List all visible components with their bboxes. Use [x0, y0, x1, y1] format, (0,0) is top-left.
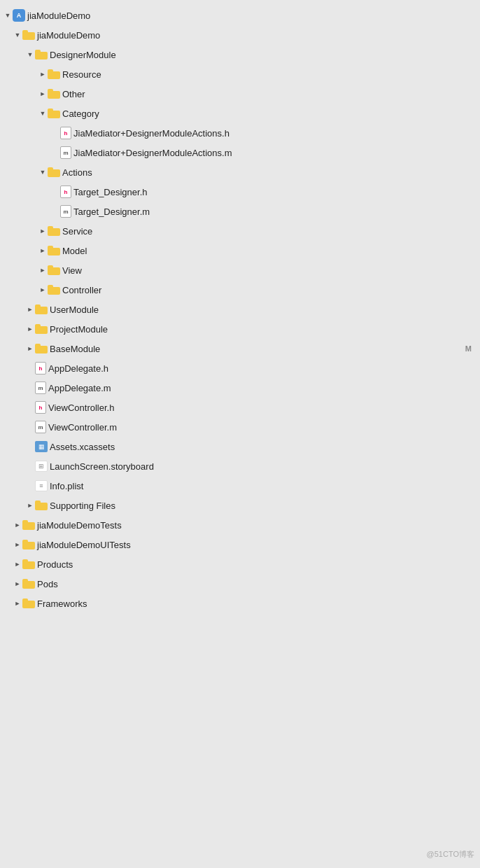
tree-row-view[interactable]: View: [0, 260, 480, 280]
badge-m: M: [465, 344, 474, 353]
tree-row-root[interactable]: jiaModuleDemo: [0, 6, 480, 25]
h-icon-2: [60, 186, 71, 198]
arrow-supportingfiles[interactable]: [25, 500, 35, 510]
label-viewcontroller-h: ViewController.h: [48, 402, 114, 413]
label-pods: Pods: [37, 579, 58, 589]
tree-row-appdelegate-m[interactable]: AppDelegate.m: [0, 378, 480, 398]
arrow-pods[interactable]: [13, 579, 22, 589]
tree-row-usermodule[interactable]: UserModule: [0, 300, 480, 319]
arrow-projectmodule[interactable]: [25, 324, 35, 334]
arrow-category[interactable]: [38, 108, 48, 118]
arrow-actions[interactable]: [38, 167, 48, 177]
label-usermodule: UserModule: [50, 304, 99, 315]
label-controller: Controller: [62, 285, 101, 295]
arrow-designermodule[interactable]: [25, 50, 35, 59]
label-jiamediator-h: JiaMediator+DesignerModuleActions.h: [73, 128, 230, 139]
arrow-resource[interactable]: [38, 69, 48, 79]
tree-row-target-h[interactable]: Target_Designer.h: [0, 182, 480, 202]
folder-icon-model: [48, 246, 60, 255]
tree-row-jiamediator-h[interactable]: JiaMediator+DesignerModuleActions.h: [0, 123, 480, 143]
label-resource: Resource: [62, 69, 101, 80]
arrow-tests[interactable]: [13, 520, 22, 530]
storyboard-icon: [35, 461, 48, 472]
folder-icon-frameworks: [22, 598, 35, 608]
app-icon: [13, 9, 25, 22]
tree-row-service[interactable]: Service: [0, 221, 480, 241]
tree-row-controller[interactable]: Controller: [0, 280, 480, 300]
label-target-m: Target_Designer.m: [73, 206, 150, 217]
label-frameworks: Frameworks: [37, 598, 87, 609]
tree-row-infoplist[interactable]: Info.plist: [0, 476, 480, 496]
folder-icon-tests: [22, 520, 35, 530]
tree-row-supportingfiles[interactable]: Supporting Files: [0, 496, 480, 515]
tree-row-tests[interactable]: jiaModuleDemoTests: [0, 515, 480, 535]
label-tests: jiaModuleDemoTests: [37, 520, 122, 531]
tree-row-pods[interactable]: Pods: [0, 574, 480, 594]
tree-row-model[interactable]: Model: [0, 241, 480, 260]
folder-icon-projectmodule: [35, 324, 48, 334]
tree-row-actions[interactable]: Actions: [0, 162, 480, 182]
folder-icon-category: [48, 108, 60, 118]
folder-icon-service: [48, 226, 60, 236]
label-launchscreen: LaunchScreen.storyboard: [50, 461, 154, 472]
label-actions: Actions: [62, 167, 92, 178]
folder-icon-jiamoduledemo: [22, 30, 35, 40]
arrow-frameworks[interactable]: [13, 598, 22, 608]
tree-row-target-m[interactable]: Target_Designer.m: [0, 202, 480, 221]
arrow-service[interactable]: [38, 226, 48, 236]
watermark: @51CTO博客: [427, 849, 474, 860]
tree-row-jiamediator-m[interactable]: JiaMediator+DesignerModuleActions.m: [0, 143, 480, 162]
root-label: jiaModuleDemo: [27, 10, 90, 21]
tree-row-designermodule[interactable]: DesignerModule: [0, 45, 480, 64]
arrow-root[interactable]: [3, 10, 13, 20]
arrow-view[interactable]: [38, 265, 48, 275]
h-icon-3: [35, 362, 46, 374]
arrow-uitests[interactable]: [13, 540, 22, 550]
tree-row-category[interactable]: Category: [0, 104, 480, 123]
folder-icon-usermodule: [35, 304, 48, 314]
label-basemodule: BaseModule: [50, 344, 100, 354]
label-view: View: [62, 265, 82, 276]
file-tree: jiaModuleDemo jiaModuleDemo DesignerModu…: [0, 0, 480, 619]
m-icon-4: [35, 421, 46, 433]
tree-row-viewcontroller-m[interactable]: ViewController.m: [0, 417, 480, 437]
arrow-basemodule[interactable]: [25, 344, 35, 354]
arrow-model[interactable]: [38, 246, 48, 255]
tree-row-resource[interactable]: Resource: [0, 64, 480, 84]
folder-icon-products: [22, 559, 35, 569]
tree-row-viewcontroller-h[interactable]: ViewController.h: [0, 398, 480, 417]
label-viewcontroller-m: ViewController.m: [48, 422, 117, 433]
folder-icon-pods: [22, 579, 35, 589]
folder-icon-basemodule: [35, 344, 48, 354]
tree-row-jiamoduledemo[interactable]: jiaModuleDemo: [0, 25, 480, 45]
label-appdelegate-m: AppDelegate.m: [48, 383, 111, 393]
folder-icon-resource: [48, 69, 60, 79]
arrow-products[interactable]: [13, 559, 22, 569]
arrow-jiamoduledemo[interactable]: [13, 30, 22, 40]
label-jiamoduledemo: jiaModuleDemo: [37, 30, 100, 41]
label-category: Category: [62, 108, 99, 119]
m-icon-1: [60, 146, 71, 159]
arrow-other[interactable]: [38, 89, 48, 99]
tree-row-basemodule[interactable]: BaseModule M: [0, 339, 480, 358]
arrow-usermodule[interactable]: [25, 304, 35, 314]
label-model: Model: [62, 246, 87, 256]
folder-icon-uitests: [22, 540, 35, 550]
tree-row-projectmodule[interactable]: ProjectModule: [0, 319, 480, 339]
plist-icon: [35, 480, 48, 491]
tree-row-appdelegate-h[interactable]: AppDelegate.h: [0, 358, 480, 378]
folder-icon-view: [48, 265, 60, 275]
tree-row-assets[interactable]: Assets.xcassets: [0, 437, 480, 456]
folder-icon-other: [48, 89, 60, 99]
tree-row-uitests[interactable]: jiaModuleDemoUITests: [0, 535, 480, 554]
label-products: Products: [37, 559, 73, 570]
label-appdelegate-h: AppDelegate.h: [48, 363, 108, 374]
m-icon-2: [60, 205, 71, 218]
tree-row-launchscreen[interactable]: LaunchScreen.storyboard: [0, 456, 480, 476]
label-projectmodule: ProjectModule: [50, 324, 108, 335]
tree-row-products[interactable]: Products: [0, 554, 480, 574]
folder-icon-controller: [48, 285, 60, 295]
tree-row-other[interactable]: Other: [0, 84, 480, 104]
tree-row-frameworks[interactable]: Frameworks: [0, 594, 480, 613]
arrow-controller[interactable]: [38, 285, 48, 295]
